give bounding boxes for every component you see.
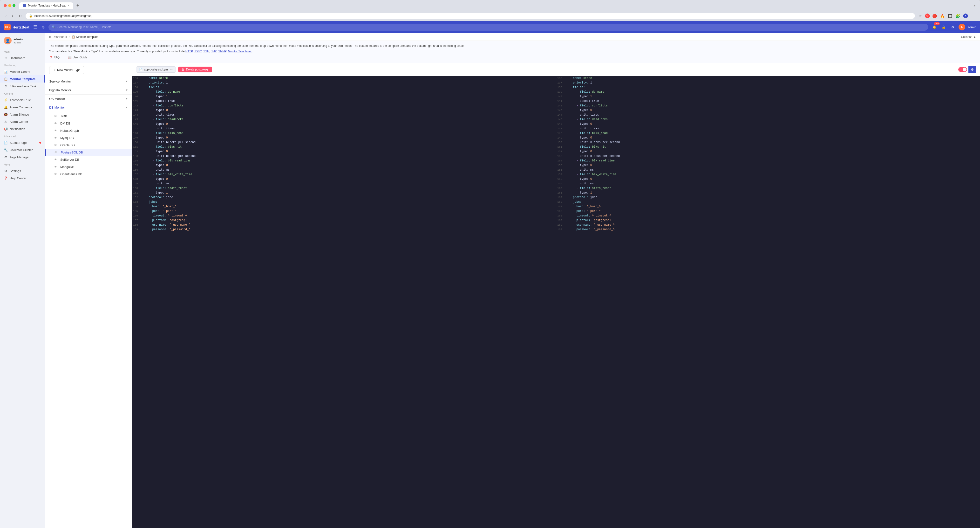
nebula-eye-icon: 👁 xyxy=(54,129,58,133)
browser-menu-icon[interactable]: ⋮ xyxy=(970,13,976,19)
dmdb-eye-icon: 👁 xyxy=(54,121,58,126)
settings-btn[interactable]: ⚙ xyxy=(950,24,956,30)
link-jmx[interactable]: JMX xyxy=(211,50,217,53)
link-snmp[interactable]: SNMP xyxy=(218,50,226,53)
logo-icon: HB xyxy=(4,24,11,30)
line-content: label: true xyxy=(565,99,599,104)
editor-left-pane[interactable]: 136 - name: state137 priority: 1138 fiel… xyxy=(132,76,556,528)
user-guide-btn[interactable]: 📖 User Guide xyxy=(68,55,87,60)
category-db-header[interactable]: DB Monitor ▲ xyxy=(45,103,132,112)
lock-btn[interactable]: 🔒 xyxy=(940,24,947,30)
line-number: 168 xyxy=(556,223,565,227)
sidebar-item-prometheus-task[interactable]: ⊙ 8 Prometheus Task xyxy=(0,83,45,90)
item-mongodb[interactable]: 👁 MongoDB xyxy=(45,163,132,171)
item-opengauss-db[interactable]: 👁 OpenGauss DB xyxy=(45,171,132,178)
category-os-header[interactable]: OS Monitor ▼ xyxy=(45,94,132,103)
faq-btn[interactable]: ❓ FAQ xyxy=(49,55,60,60)
bookmark-icon[interactable]: ☆ xyxy=(917,13,923,19)
line-number: 159 xyxy=(556,182,565,186)
new-tab-btn[interactable]: + xyxy=(75,3,81,8)
breadcrumb-dashboard[interactable]: ⊞ DashBoard xyxy=(49,35,67,38)
new-monitor-type-btn[interactable]: ＋ New Monitor Type xyxy=(49,66,84,74)
link-monitor-templates[interactable]: Monitor Templates. xyxy=(228,50,252,53)
extensions-icon[interactable]: 🧩 xyxy=(955,13,961,19)
maximize-dot[interactable] xyxy=(13,4,16,7)
link-ssh[interactable]: SSH xyxy=(203,50,209,53)
close-dot[interactable] xyxy=(4,4,7,7)
file-menu-icon[interactable]: ⋯ xyxy=(170,68,173,71)
github-icon[interactable]: ⌾ xyxy=(41,24,46,31)
category-service-header[interactable]: Service Monitor ▼ xyxy=(45,77,132,86)
notification-btn[interactable]: 🔔 99+ xyxy=(931,24,938,30)
section-monitoring-label: Monitoring xyxy=(4,64,16,67)
extension2-icon[interactable]: 🔴 xyxy=(932,13,937,19)
back-btn[interactable]: ‹ xyxy=(4,13,8,19)
mysql-label: Mysql DB xyxy=(60,136,74,140)
toggle-switch[interactable] xyxy=(958,67,967,72)
profile-icon[interactable]: A xyxy=(963,13,969,19)
refresh-btn[interactable]: ↻ xyxy=(17,13,23,19)
sidebar-item-threshold-rule[interactable]: ⚡ Threshold Rule xyxy=(0,96,45,104)
monitor-template-icon: 📋 xyxy=(4,77,8,81)
link-http[interactable]: HTTP xyxy=(185,50,192,53)
user-avatar[interactable]: A xyxy=(959,24,965,30)
line-number: 158 xyxy=(556,177,565,182)
line-number: 136 xyxy=(556,76,565,81)
sidebar-item-collector-cluster[interactable]: 🔧 Collector Cluster xyxy=(0,146,45,153)
item-postgresql-db[interactable]: 👁 PostgreSQL DB xyxy=(45,149,132,156)
item-sqlserver-db[interactable]: 👁 SqlServer DB xyxy=(45,156,132,163)
browser-tab[interactable]: Monitor Template - HertzBeat ✕ xyxy=(19,2,73,9)
sidebar-item-alarm-center[interactable]: ⚠ Alarm Center xyxy=(0,118,45,125)
item-oracle-db[interactable]: 👁 Oracle DB xyxy=(45,142,132,149)
link-jdbc[interactable]: JDBC xyxy=(194,50,202,53)
editor-right-pane[interactable]: 136 - name: state137 priority: 1138 fiel… xyxy=(556,76,980,528)
dmdb-label: DM DB xyxy=(60,121,70,125)
tags-icon: 🏷 xyxy=(4,155,8,159)
address-bar[interactable]: 🔒 localhost:4200/setting/define?app=post… xyxy=(25,13,915,19)
item-mysql-db[interactable]: 👁 Mysql DB xyxy=(45,134,132,142)
code-line: 161 type: 1 xyxy=(556,191,980,195)
sidebar-item-alarm-converge[interactable]: 🔔 Alarm Converge xyxy=(0,104,45,111)
browser-window: Monitor Template - HertzBeat ✕ + ▼ ‹ › ↻… xyxy=(0,0,980,528)
minimize-dot[interactable] xyxy=(8,4,11,7)
hamburger-menu-icon[interactable]: ☰ xyxy=(32,23,38,31)
code-line: 137 priority: 1 xyxy=(132,81,556,85)
editor-settings-btn[interactable]: ⚙ xyxy=(969,65,976,73)
item-tidb[interactable]: 👁 TiDB xyxy=(45,113,132,120)
extension3-icon[interactable]: 🔥 xyxy=(940,13,945,19)
sidebar-item-help-center[interactable]: ❓ Help Center xyxy=(0,174,45,182)
sidebar-label-tags: Tags Manage xyxy=(10,155,29,159)
info-protocols: You can also click "New Monitor Type" to… xyxy=(49,49,976,54)
breadcrumb-current[interactable]: 📋 Monitor Template xyxy=(72,35,99,38)
extension4-icon[interactable]: 🔲 xyxy=(947,13,953,19)
item-nebula-graph[interactable]: 👁 NebulaGraph xyxy=(45,127,132,134)
delete-btn[interactable]: 🗑 Delete postgresql xyxy=(178,67,212,72)
sidebar-item-notification[interactable]: 📢 Notification xyxy=(0,125,45,132)
extension1-icon[interactable]: 🛡 xyxy=(925,13,930,18)
sidebar-item-monitor-template[interactable]: 📋 Monitor Template xyxy=(0,75,45,83)
new-monitor-label: New Monitor Type xyxy=(57,68,81,72)
line-content: type: 1 xyxy=(565,191,592,195)
file-tab[interactable]: 📄 app-postgresql.yml ⋯ xyxy=(136,66,176,73)
sidebar-label-help: Help Center xyxy=(10,176,26,180)
category-bigdata-header[interactable]: Bigdata Monitor ▼ xyxy=(45,86,132,94)
code-line: 140 type: 1 xyxy=(132,94,556,99)
section-main-label: Main xyxy=(4,50,10,53)
collapse-btn[interactable]: Collapse ▲ xyxy=(961,35,976,38)
sidebar-item-dashboard[interactable]: ⊞ DashBoard xyxy=(0,54,45,62)
editor-gear-icon: ⚙ xyxy=(971,67,974,72)
sidebar-item-monitor-center[interactable]: 📊 Monitor Center xyxy=(0,68,45,75)
line-content: protocol: jdbc xyxy=(565,195,597,200)
global-search-bar[interactable]: 🔍 Search: Monitoring Task: Name、Host etc xyxy=(48,24,928,31)
sidebar-item-settings[interactable]: ⚙ Settings xyxy=(0,167,45,174)
og-eye-icon: 👁 xyxy=(54,172,58,176)
code-line: 145 - field: deadlocks xyxy=(132,117,556,122)
tab-close-btn[interactable]: ✕ xyxy=(67,4,70,7)
line-number: 163 xyxy=(556,200,565,204)
section-advanced-label: Advanced xyxy=(4,135,16,138)
forward-btn[interactable]: › xyxy=(10,13,14,19)
sidebar-item-alarm-silence[interactable]: 🔕 Alarm Silence xyxy=(0,111,45,118)
sidebar-item-status-page[interactable]: 📄 Status Page xyxy=(0,139,45,146)
item-dm-db[interactable]: 👁 DM DB xyxy=(45,120,132,127)
sidebar-item-tags-manage[interactable]: 🏷 Tags Manage xyxy=(0,153,45,161)
